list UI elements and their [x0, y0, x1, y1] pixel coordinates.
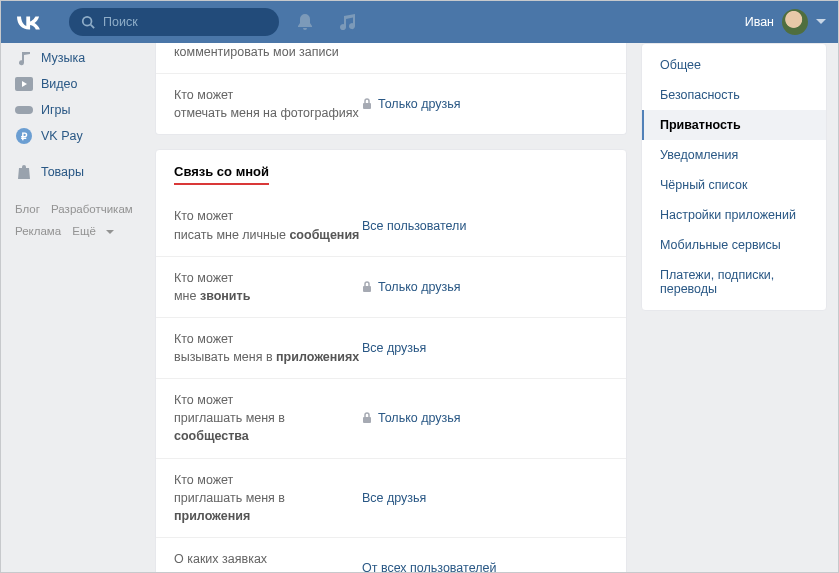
search-input[interactable] — [103, 15, 243, 29]
left-nav-music[interactable]: Музыка — [11, 45, 143, 71]
settings-nav-item[interactable]: Мобильные сервисы — [642, 230, 826, 260]
footer-more[interactable]: Ещё — [72, 225, 122, 237]
svg-rect-6 — [363, 103, 371, 109]
contact-me-panel: Связь со мной Кто можетписать мне личные… — [155, 149, 627, 573]
settings-nav: ОбщееБезопасностьПриватностьУведомленияЧ… — [641, 43, 827, 311]
setting-label: Кто можетприглашать меня в сообщества — [156, 391, 362, 445]
section-heading: Связь со мной — [156, 150, 626, 195]
setting-value[interactable]: Все друзья — [362, 341, 426, 355]
vk-logo[interactable] — [15, 14, 41, 30]
setting-row: Кто можетприглашать меня в приложенияВсе… — [156, 458, 626, 537]
lock-icon — [362, 412, 372, 424]
settings-nav-item[interactable]: Приватность — [642, 110, 826, 140]
setting-label: Кто можетприглашать меня в приложения — [156, 471, 362, 525]
search-icon — [81, 15, 95, 29]
top-header: Иван — [1, 1, 838, 43]
left-nav-label: VK Pay — [41, 129, 83, 143]
chevron-down-icon — [106, 230, 114, 235]
setting-label: Кто можетписать мне личные сообщения — [156, 207, 362, 243]
left-sidebar: Музыка Видео Игры ₽ VK Pay Товары Блог Р… — [1, 43, 143, 572]
settings-nav-item[interactable]: Безопасность — [642, 80, 826, 110]
vkpay-icon: ₽ — [15, 128, 33, 144]
left-nav-label: Музыка — [41, 51, 85, 65]
svg-rect-7 — [363, 286, 371, 292]
svg-line-1 — [91, 25, 95, 29]
setting-row: Кто можетвызывать меня в приложенияхВсе … — [156, 317, 626, 378]
username: Иван — [745, 15, 774, 29]
setting-label: Кто можетмне звонить — [156, 269, 362, 305]
svg-rect-8 — [363, 417, 371, 423]
setting-label: Кто можетвызывать меня в приложениях — [156, 330, 362, 366]
lock-icon — [362, 281, 372, 293]
settings-nav-item[interactable]: Настройки приложений — [642, 200, 826, 230]
setting-row: Кто можетписать мне личные сообщенияВсе … — [156, 195, 626, 255]
setting-label: О каких заявкахв друзья приходят оповеще… — [156, 550, 362, 573]
setting-value[interactable]: Только друзья — [362, 411, 461, 425]
bell-icon[interactable] — [297, 13, 313, 31]
left-nav-games[interactable]: Игры — [11, 97, 143, 123]
left-nav-label: Товары — [41, 165, 84, 179]
settings-nav-item[interactable]: Общее — [642, 50, 826, 80]
main-content: комментировать мои записи Кто может отме… — [155, 43, 627, 572]
settings-nav-item[interactable]: Платежи, подписки, переводы — [642, 260, 826, 304]
setting-label: комментировать мои записи — [156, 43, 362, 61]
settings-nav-item[interactable]: Уведомления — [642, 140, 826, 170]
svg-rect-3 — [15, 106, 33, 114]
search-bar[interactable] — [69, 8, 279, 36]
setting-value[interactable]: Только друзья — [362, 280, 461, 294]
left-nav-goods[interactable]: Товары — [11, 159, 143, 185]
setting-value[interactable]: Все пользователи — [362, 219, 466, 233]
footer-ads[interactable]: Реклама — [15, 225, 61, 237]
left-footer-links: Блог Разработчикам Реклама Ещё — [11, 199, 143, 243]
settings-nav-item[interactable]: Чёрный список — [642, 170, 826, 200]
setting-row: Кто можетприглашать меня в сообществаТол… — [156, 378, 626, 457]
avatar — [782, 9, 808, 35]
left-nav-label: Игры — [41, 103, 70, 117]
music-note-icon — [15, 50, 33, 66]
setting-row: комментировать мои записи — [156, 43, 626, 73]
privacy-panel-top: комментировать мои записи Кто может отме… — [155, 43, 627, 135]
user-menu[interactable]: Иван — [745, 9, 826, 35]
music-icon[interactable] — [339, 14, 355, 30]
left-nav-label: Видео — [41, 77, 78, 91]
gamepad-icon — [15, 102, 33, 118]
setting-value[interactable]: Только друзья — [362, 97, 461, 111]
video-icon — [15, 76, 33, 92]
right-sidebar: ОбщееБезопасностьПриватностьУведомленияЧ… — [641, 43, 827, 572]
setting-row: Кто можетмне звонитьТолько друзья — [156, 256, 626, 317]
setting-label: Кто может отмечать меня на фотографиях — [156, 86, 362, 122]
setting-value[interactable]: От всех пользователей — [362, 561, 496, 573]
left-nav-vkpay[interactable]: ₽ VK Pay — [11, 123, 143, 149]
svg-text:₽: ₽ — [21, 131, 28, 142]
footer-blog[interactable]: Блог — [15, 203, 40, 215]
svg-point-0 — [83, 17, 92, 26]
setting-row: Кто может отмечать меня на фотографиях Т… — [156, 73, 626, 134]
chevron-down-icon — [816, 19, 826, 25]
bag-icon — [15, 164, 33, 180]
setting-row: О каких заявкахв друзья приходят оповеще… — [156, 537, 626, 573]
footer-devs[interactable]: Разработчикам — [51, 203, 133, 215]
left-nav-video[interactable]: Видео — [11, 71, 143, 97]
lock-icon — [362, 98, 372, 110]
setting-value[interactable]: Все друзья — [362, 491, 426, 505]
